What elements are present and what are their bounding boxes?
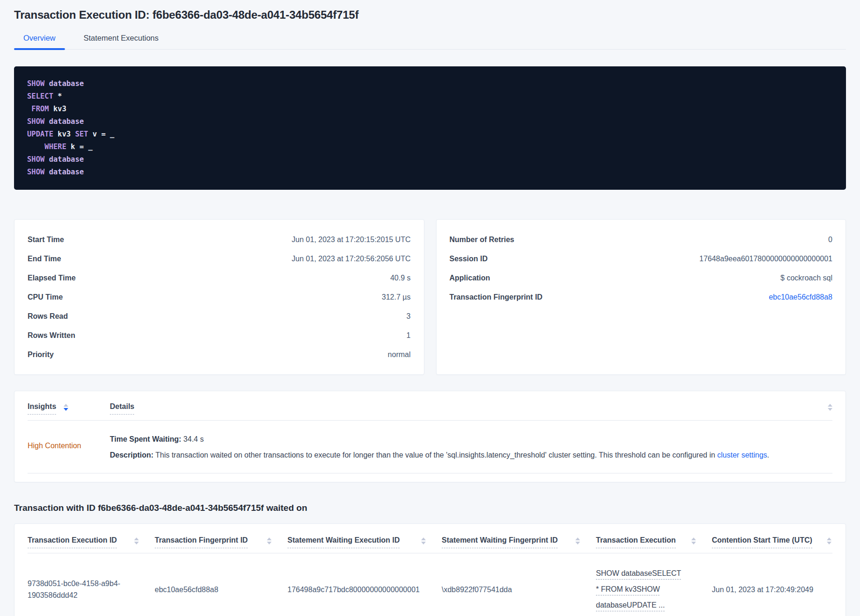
- tab-overview[interactable]: Overview: [14, 34, 65, 49]
- retries-label: Number of Retries: [450, 236, 515, 244]
- end-time-label: End Time: [28, 255, 61, 263]
- insights-table-card: Insights Details High Contention Time Sp…: [14, 391, 846, 482]
- rows-read-value: 3: [407, 312, 411, 321]
- insight-details: Time Spent Waiting: 34.4 s Description: …: [110, 431, 832, 461]
- session-summary-card: Number of Retries 0 Session ID 17648a9ee…: [436, 219, 846, 375]
- description-suffix: .: [767, 451, 769, 459]
- cell-contention-start-time: Jun 01, 2023 at 17:20:49:2049: [712, 584, 832, 595]
- col-header-txn-fingerprint-id[interactable]: Transaction Fingerprint ID: [155, 536, 287, 548]
- page-title: Transaction Execution ID: f6be6366-da03-…: [14, 8, 846, 21]
- sql-line: SHOW database: [27, 166, 833, 179]
- col-header-stmt-waiting-execution-id[interactable]: Statement Waiting Execution ID: [287, 536, 442, 548]
- sort-arrows-icon: [267, 537, 272, 544]
- sort-arrows-icon: [134, 537, 139, 544]
- time-spent-waiting-value: 34.4 s: [181, 435, 204, 443]
- elapsed-time-value: 40.9 s: [390, 274, 411, 282]
- sort-arrows-icon: [575, 537, 580, 544]
- cpu-time-row: CPU Time 312.7 µs: [28, 287, 411, 307]
- txn-execution-statement-link[interactable]: SHOW databaseSELECT * FROM kv3SHOW datab…: [596, 569, 681, 609]
- time-spent-waiting-line: Time Spent Waiting: 34.4 s: [110, 434, 832, 445]
- execution-summary-card: Start Time Jun 01, 2023 at 17:20:15:2015…: [14, 219, 424, 375]
- sql-line: SHOW database: [27, 153, 833, 166]
- tab-statement-executions[interactable]: Statement Executions: [74, 34, 168, 49]
- priority-row: Priority normal: [28, 345, 411, 364]
- rows-written-row: Rows Written 1: [28, 326, 411, 345]
- retries-value: 0: [828, 236, 832, 244]
- waited-table-row: 9738d051-bc0e-4158-a9b4-1903586ddd42 ebc…: [28, 553, 832, 616]
- sort-arrows-icon: [691, 537, 696, 544]
- application-value: $ cockroach sql: [781, 274, 832, 282]
- tab-bar: Overview Statement Executions: [14, 34, 846, 50]
- cluster-settings-link[interactable]: cluster settings: [717, 451, 767, 459]
- elapsed-time-row: Elapsed Time 40.9 s: [28, 268, 411, 287]
- start-time-row: Start Time Jun 01, 2023 at 17:20:15:2015…: [28, 230, 411, 249]
- sql-line: UPDATE kv3 SET v = _: [27, 128, 833, 141]
- details-column-header[interactable]: Details: [110, 402, 821, 415]
- cell-txn-execution: SHOW databaseSELECT * FROM kv3SHOW datab…: [596, 566, 712, 613]
- cell-txn-execution-id: 9738d051-bc0e-4158-a9b4-1903586ddd42: [28, 578, 155, 601]
- cpu-time-value: 312.7 µs: [382, 293, 411, 301]
- sql-line: SELECT *: [27, 90, 833, 103]
- start-time-label: Start Time: [28, 236, 64, 244]
- sql-line: SHOW database: [27, 78, 833, 90]
- insights-table-header: Insights Details: [28, 391, 832, 421]
- rows-written-value: 1: [407, 331, 411, 340]
- waited-on-table-card: Transaction Execution ID Transaction Fin…: [14, 523, 846, 616]
- sort-arrows-icon: [64, 404, 68, 411]
- insights-column-label: Insights: [28, 402, 56, 415]
- details-column-label: Details: [110, 402, 134, 415]
- application-label: Application: [450, 274, 490, 282]
- sql-line: SHOW database: [27, 115, 833, 128]
- sql-statements-box: SHOW database SELECT * FROM kv3 SHOW dat…: [14, 66, 846, 190]
- retries-row: Number of Retries 0: [450, 230, 833, 249]
- col-header-stmt-waiting-fingerprint-id[interactable]: Statement Waiting Fingerprint ID: [442, 536, 596, 548]
- end-time-value: Jun 01, 2023 at 17:20:56:2056 UTC: [292, 255, 410, 263]
- end-time-row: End Time Jun 01, 2023 at 17:20:56:2056 U…: [28, 249, 411, 268]
- summary-cards: Start Time Jun 01, 2023 at 17:20:15:2015…: [14, 219, 846, 375]
- extra-sort-column-header[interactable]: [821, 402, 832, 411]
- txn-fingerprint-label: Transaction Fingerprint ID: [450, 293, 543, 301]
- waited-on-heading: Transaction with ID f6be6366-da03-48de-a…: [14, 503, 846, 513]
- session-id-row: Session ID 17648a9eea6017800000000000000…: [450, 249, 833, 268]
- sql-line: WHERE k = _: [27, 141, 833, 153]
- txn-fingerprint-row: Transaction Fingerprint ID ebc10ae56cfd8…: [450, 287, 833, 307]
- priority-label: Priority: [28, 351, 54, 359]
- sql-line: FROM kv3: [27, 103, 833, 115]
- cell-stmt-waiting-execution-id: 176498a9c717bdc80000000000000001: [287, 584, 442, 595]
- time-spent-waiting-label: Time Spent Waiting:: [110, 435, 181, 443]
- application-row: Application $ cockroach sql: [450, 268, 833, 287]
- waited-table-header: Transaction Execution ID Transaction Fin…: [28, 524, 832, 553]
- insight-row: High Contention Time Spent Waiting: 34.4…: [28, 421, 832, 473]
- txn-fingerprint-link[interactable]: ebc10ae56cfd88a8: [769, 293, 832, 301]
- description-text: This transaction waited on other transac…: [153, 451, 717, 459]
- rows-read-label: Rows Read: [28, 312, 68, 321]
- col-header-txn-execution[interactable]: Transaction Execution: [596, 536, 712, 548]
- insight-type-badge: High Contention: [28, 431, 110, 461]
- sort-arrows-icon: [828, 404, 832, 411]
- col-header-contention-start-time[interactable]: Contention Start Time (UTC): [712, 536, 832, 548]
- description-line: Description: This transaction waited on …: [110, 450, 832, 461]
- col-header-txn-execution-id[interactable]: Transaction Execution ID: [28, 536, 155, 548]
- session-id-label: Session ID: [450, 255, 488, 263]
- cell-txn-fingerprint-id: ebc10ae56cfd88a8: [155, 584, 287, 595]
- cpu-time-label: CPU Time: [28, 293, 63, 301]
- transaction-execution-page: Transaction Execution ID: f6be6366-da03-…: [0, 8, 860, 616]
- sort-arrows-icon: [421, 537, 426, 544]
- rows-read-row: Rows Read 3: [28, 307, 411, 326]
- elapsed-time-label: Elapsed Time: [28, 274, 76, 282]
- priority-value: normal: [388, 351, 411, 359]
- sort-arrows-icon: [827, 537, 831, 544]
- start-time-value: Jun 01, 2023 at 17:20:15:2015 UTC: [292, 236, 410, 244]
- insights-column-header[interactable]: Insights: [28, 402, 110, 415]
- rows-written-label: Rows Written: [28, 331, 75, 340]
- description-label: Description:: [110, 451, 153, 459]
- cell-stmt-waiting-fingerprint-id: \xdb8922f077541dda: [442, 584, 596, 595]
- session-id-value: 17648a9eea6017800000000000000001: [699, 255, 832, 263]
